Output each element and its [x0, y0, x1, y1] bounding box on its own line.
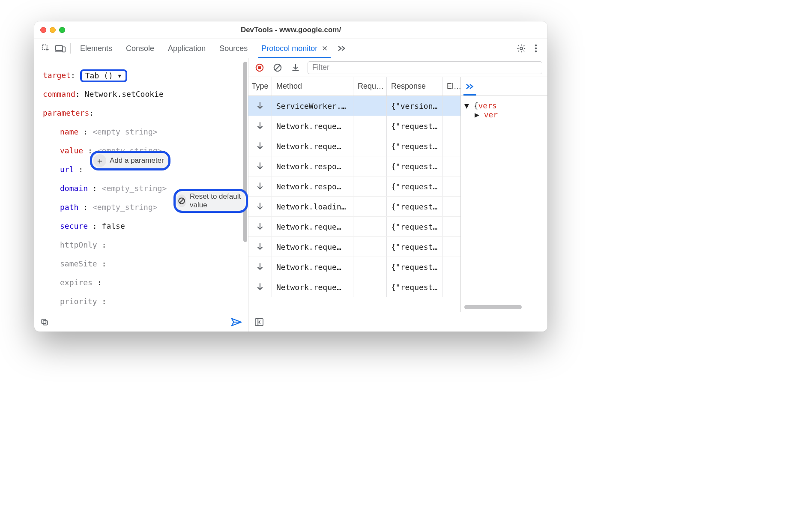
row-type-icon	[248, 136, 272, 156]
svg-rect-1	[56, 46, 63, 51]
target-select[interactable]: Tab ()	[80, 69, 127, 82]
row-elapsed	[442, 156, 460, 176]
param-httponly-key[interactable]: httpOnly	[60, 240, 97, 249]
col-type[interactable]: Type	[248, 77, 272, 96]
param-name-value[interactable]: <empty_string>	[93, 127, 158, 136]
svg-rect-12	[42, 319, 46, 323]
settings-icon[interactable]	[515, 42, 528, 55]
row-elapsed	[442, 197, 460, 216]
row-type-icon	[248, 217, 272, 236]
record-button[interactable]	[254, 62, 266, 74]
protocol-monitor-pane: Filter Type Method Requ… Response El…	[248, 58, 547, 312]
reset-default-callout[interactable]: Reset to default value	[173, 189, 248, 213]
param-path-value[interactable]: <empty_string>	[93, 203, 158, 212]
row-response: {"request…	[387, 176, 442, 196]
table-row[interactable]: ServiceWorker.…{"version…	[248, 96, 460, 116]
col-elapsed[interactable]: El…	[442, 77, 460, 96]
grid-header: Type Method Requ… Response El…	[248, 77, 460, 96]
tab-console[interactable]: Console	[120, 39, 160, 58]
close-tab-icon[interactable]: ✕	[322, 44, 328, 53]
svg-rect-11	[43, 320, 48, 325]
col-request[interactable]: Requ…	[353, 77, 387, 96]
row-type-icon	[248, 116, 272, 136]
table-row[interactable]: Network.reque…{"request…	[248, 257, 460, 277]
main-content: target: Tab () command: Network.setCooki…	[34, 58, 547, 312]
tab-sources[interactable]: Sources	[213, 39, 254, 58]
clear-button[interactable]	[272, 62, 284, 74]
monitor-toolbar: Filter	[248, 58, 547, 77]
add-parameter-label: Add a parameter	[110, 156, 164, 165]
row-method: Network.reque…	[272, 217, 353, 236]
tab-elements[interactable]: Elements	[74, 39, 118, 58]
tab-application[interactable]: Application	[162, 39, 212, 58]
table-row[interactable]: Network.reque…{"request…	[248, 136, 460, 156]
table-row[interactable]: Network.reque…{"request…	[248, 217, 460, 237]
toggle-sidebar-icon[interactable]	[254, 318, 264, 326]
obj-l2-key: ver	[484, 110, 498, 119]
more-options-icon[interactable]	[529, 42, 542, 55]
target-key: target	[43, 71, 71, 80]
col-method[interactable]: Method	[272, 77, 353, 96]
col-response[interactable]: Response	[387, 77, 442, 96]
filter-placeholder: Filter	[312, 63, 329, 72]
row-type-icon	[248, 237, 272, 257]
row-elapsed	[442, 116, 460, 136]
row-type-icon	[248, 197, 272, 216]
row-method: Network.reque…	[272, 116, 353, 136]
add-parameter-callout[interactable]: ＋ Add a parameter	[90, 151, 170, 170]
device-toggle-icon[interactable]	[54, 42, 67, 55]
filter-input[interactable]: Filter	[308, 61, 542, 74]
detail-tabs	[461, 77, 547, 96]
row-response: {"request…	[387, 197, 442, 216]
param-secure-key[interactable]: secure	[60, 221, 88, 230]
row-elapsed	[442, 257, 460, 277]
titlebar: DevTools - www.google.com/	[34, 21, 547, 39]
param-samesite-key[interactable]: sameSite	[60, 259, 97, 268]
inspect-element-icon[interactable]	[39, 42, 52, 55]
param-value-key[interactable]: value	[60, 146, 83, 155]
bottom-bar	[34, 312, 547, 332]
row-request	[353, 257, 387, 277]
row-elapsed	[442, 277, 460, 297]
param-domain-value[interactable]: <empty_string>	[102, 184, 167, 193]
download-button[interactable]	[290, 62, 302, 74]
obj-l1-prefix: ▼ {	[464, 101, 478, 110]
row-method: Network.reque…	[272, 136, 353, 156]
command-value[interactable]: Network.setCookie	[85, 90, 164, 99]
table-row[interactable]: Network.respo…{"request…	[248, 156, 460, 176]
row-method: Network.reque…	[272, 277, 353, 297]
table-row[interactable]: Network.respo…{"request…	[248, 176, 460, 197]
row-request	[353, 197, 387, 216]
main-tabstrip: Elements Console Application Sources Pro…	[34, 39, 547, 58]
send-icon[interactable]	[231, 317, 242, 327]
row-method: Network.loadin…	[272, 197, 353, 216]
svg-point-4	[535, 45, 537, 47]
more-tabs-icon[interactable]	[335, 42, 348, 55]
param-path-key[interactable]: path	[60, 203, 78, 212]
row-type-icon	[248, 257, 272, 277]
param-expires-key[interactable]: expires	[60, 278, 93, 287]
object-viewer[interactable]: ▼ {vers ▶ ver	[461, 96, 547, 124]
row-method: Network.reque…	[272, 237, 353, 257]
window-title: DevTools - www.google.com/	[34, 26, 547, 34]
table-row[interactable]: Network.reque…{"request…	[248, 116, 460, 136]
table-row[interactable]: Network.reque…{"request…	[248, 237, 460, 257]
row-response: {"request…	[387, 217, 442, 236]
col-elapsed-label: El…	[447, 82, 460, 91]
copy-icon[interactable]	[40, 318, 49, 326]
plus-icon: ＋	[93, 154, 106, 167]
svg-point-6	[535, 51, 537, 53]
left-scrollbar[interactable]	[243, 62, 247, 299]
param-secure-value[interactable]: false	[102, 221, 125, 230]
tab-protocol-monitor[interactable]: Protocol monitor ✕	[255, 39, 334, 58]
detail-more-icon[interactable]	[465, 83, 475, 90]
detail-h-scrollbar[interactable]	[464, 305, 544, 309]
param-priority-key[interactable]: priority	[60, 297, 97, 306]
param-name-key[interactable]: name	[60, 127, 78, 136]
param-url-key[interactable]: url	[60, 165, 74, 174]
param-domain-key[interactable]: domain	[60, 184, 88, 193]
table-row[interactable]: Network.reque…{"request…	[248, 277, 460, 297]
table-row[interactable]: Network.loadin…{"request…	[248, 197, 460, 217]
row-request	[353, 156, 387, 176]
row-response: {"request…	[387, 116, 442, 136]
